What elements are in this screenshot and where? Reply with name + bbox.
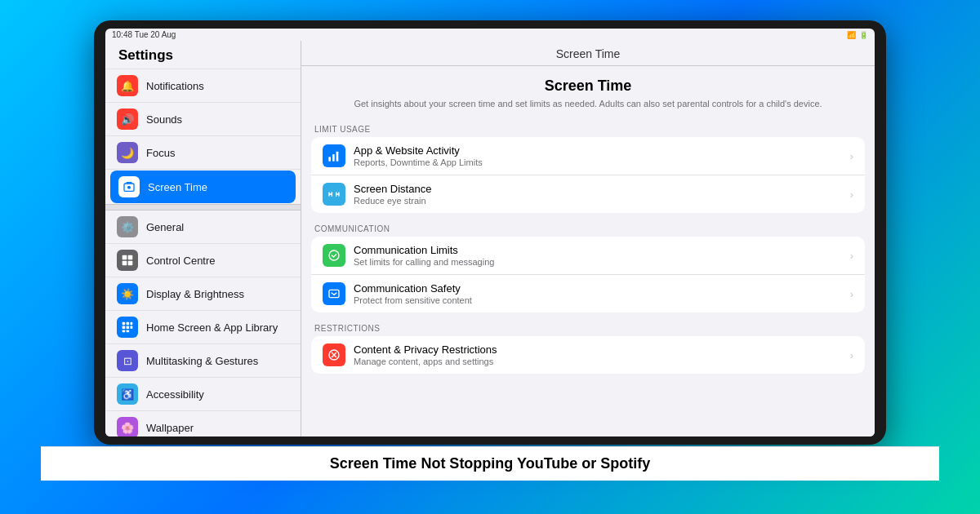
section-label-communication: COMMUNICATION — [301, 218, 875, 237]
svg-rect-16 — [336, 152, 339, 162]
outer-wrapper: 10:48 Tue 20 Aug 📶 🔋 Settings 🔔 Notifica… — [41, 20, 939, 494]
main-header: Screen Time — [301, 41, 875, 66]
svg-rect-7 — [127, 322, 130, 326]
focus-icon: 🌙 — [117, 142, 138, 163]
comm-safety-text: Communication Safety Protect from sensit… — [354, 282, 842, 305]
screen-distance-chevron: › — [850, 188, 853, 201]
settings-row-content-privacy[interactable]: Content & Privacy Restrictions Manage co… — [311, 336, 865, 374]
settings-row-app-website[interactable]: App & Website Activity Reports, Downtime… — [311, 137, 865, 175]
comm-limits-chevron: › — [850, 250, 853, 262]
svg-rect-4 — [122, 261, 127, 266]
sidebar-list: 🔔 Notifications 🔊 Sounds 🌙 Focus — [105, 69, 301, 436]
screen-time-icon — [118, 176, 140, 197]
limit-usage-group: App & Website Activity Reports, Downtime… — [311, 137, 865, 213]
tablet-frame: 10:48 Tue 20 Aug 📶 🔋 Settings 🔔 Notifica… — [94, 20, 886, 445]
settings-row-comm-limits[interactable]: Communication Limits Set limits for call… — [311, 237, 865, 275]
caption-bar: Screen Time Not Stopping YouTube or Spot… — [41, 446, 939, 481]
app-website-chevron: › — [850, 150, 853, 162]
settings-sidebar: Settings 🔔 Notifications 🔊 Sounds 🌙 Focu… — [105, 41, 301, 436]
svg-rect-2 — [122, 255, 127, 260]
screen-time-header-section: Screen Time Get insights about your scre… — [301, 66, 875, 118]
restrictions-group: Content & Privacy Restrictions Manage co… — [311, 336, 865, 374]
caption-text: Screen Time Not Stopping YouTube or Spot… — [330, 455, 651, 472]
content-privacy-text: Content & Privacy Restrictions Manage co… — [354, 343, 842, 366]
screen-time-description: Get insights about your screen time and … — [321, 98, 855, 110]
settings-row-comm-safety[interactable]: Communication Safety Protect from sensit… — [311, 275, 865, 312]
sidebar-item-display[interactable]: ☀️ Display & Brightness — [105, 277, 301, 311]
sidebar-item-home-screen[interactable]: Home Screen & App Library — [105, 311, 301, 344]
svg-rect-10 — [127, 326, 130, 330]
app-website-icon — [323, 144, 345, 167]
display-icon: ☀️ — [117, 283, 138, 304]
control-centre-icon — [117, 250, 138, 271]
svg-rect-5 — [128, 261, 133, 266]
ipad-screen: Settings 🔔 Notifications 🔊 Sounds 🌙 Focu… — [105, 41, 875, 436]
svg-rect-3 — [128, 255, 133, 260]
notifications-icon: 🔔 — [117, 75, 138, 96]
sidebar-item-control-centre[interactable]: Control Centre — [105, 244, 301, 277]
content-privacy-chevron: › — [850, 349, 853, 361]
svg-point-1 — [127, 186, 131, 189]
section-label-restrictions: RESTRICTIONS — [301, 317, 875, 336]
svg-rect-14 — [328, 157, 331, 162]
section-label-limit-usage: LIMIT USAGE — [301, 118, 875, 137]
home-screen-icon — [117, 317, 138, 338]
sidebar-item-notifications[interactable]: 🔔 Notifications — [105, 69, 301, 103]
svg-point-17 — [329, 250, 339, 260]
status-icons: 📶 🔋 — [847, 31, 868, 39]
svg-rect-15 — [332, 154, 335, 162]
comm-safety-icon — [323, 282, 345, 305]
svg-rect-11 — [131, 326, 133, 330]
app-website-text: App & Website Activity Reports, Downtime… — [354, 144, 842, 167]
wallpaper-icon: 🌸 — [117, 417, 138, 436]
communication-group: Communication Limits Set limits for call… — [311, 237, 865, 312]
sidebar-divider — [105, 204, 301, 210]
svg-rect-13 — [127, 330, 130, 333]
screen-time-main-title: Screen Time — [321, 78, 855, 95]
svg-rect-9 — [122, 326, 126, 330]
battery-icon: 🔋 — [859, 31, 868, 39]
sidebar-item-focus[interactable]: 🌙 Focus — [105, 136, 301, 170]
comm-safety-chevron: › — [850, 288, 853, 300]
sidebar-item-sounds[interactable]: 🔊 Sounds — [105, 103, 301, 136]
sidebar-item-general[interactable]: ⚙️ General — [105, 210, 301, 244]
accessibility-icon: ♿ — [117, 383, 138, 405]
main-content: Screen Time Screen Time Get insights abo… — [301, 41, 875, 436]
svg-rect-6 — [122, 322, 126, 326]
settings-row-screen-distance[interactable]: Screen Distance Reduce eye strain › — [311, 175, 865, 213]
general-icon: ⚙️ — [117, 216, 138, 237]
sidebar-item-wallpaper[interactable]: 🌸 Wallpaper — [105, 411, 301, 436]
screen-distance-icon — [323, 183, 345, 206]
status-bar: 10:48 Tue 20 Aug 📶 🔋 — [105, 29, 875, 41]
content-privacy-icon — [323, 343, 345, 366]
svg-rect-18 — [329, 290, 339, 298]
comm-limits-icon — [323, 244, 345, 267]
svg-rect-8 — [131, 322, 133, 326]
sidebar-title: Settings — [105, 41, 301, 69]
svg-rect-12 — [122, 330, 126, 333]
screen-distance-text: Screen Distance Reduce eye strain — [354, 183, 842, 206]
sidebar-item-accessibility[interactable]: ♿ Accessibility — [105, 378, 301, 411]
sidebar-item-screen-time[interactable]: Screen Time — [110, 171, 296, 203]
status-time: 10:48 Tue 20 Aug — [112, 30, 176, 39]
sounds-icon: 🔊 — [117, 109, 138, 130]
sidebar-item-multitasking[interactable]: ⊡ Multitasking & Gestures — [105, 344, 301, 378]
multitasking-icon: ⊡ — [117, 350, 138, 371]
wifi-icon: 📶 — [847, 31, 856, 39]
comm-limits-text: Communication Limits Set limits for call… — [354, 244, 842, 267]
